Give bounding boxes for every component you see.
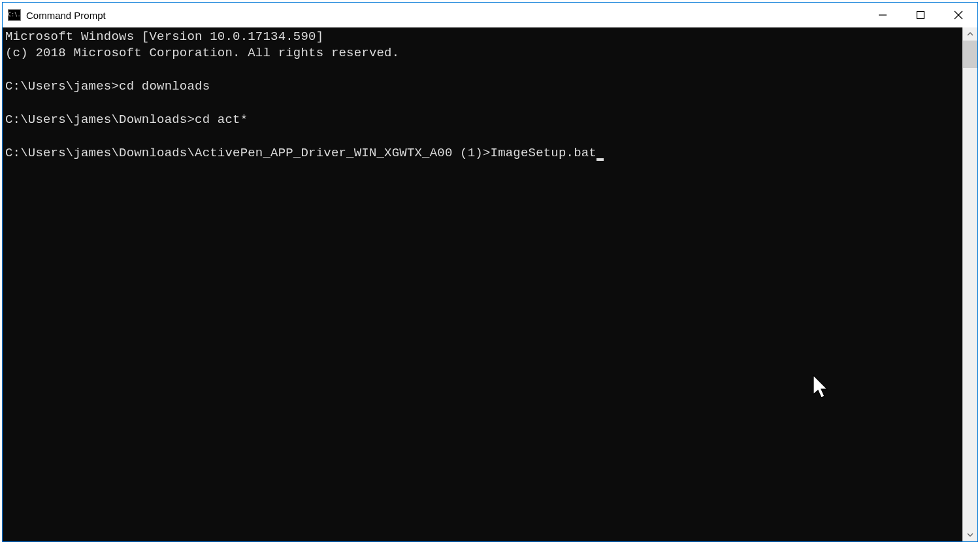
window-controls [864, 3, 977, 27]
titlebar-left: C:\. Command Prompt [3, 9, 864, 21]
scroll-track[interactable] [963, 41, 977, 528]
text-cursor [596, 158, 604, 161]
command-prompt-window: C:\. Command Prompt Mi [2, 2, 978, 542]
window-title: Command Prompt [26, 10, 106, 21]
chevron-up-icon [967, 31, 973, 37]
terminal-line: C:\Users\james\Downloads>cd act* [5, 112, 248, 127]
scroll-thumb[interactable] [963, 41, 977, 68]
titlebar[interactable]: C:\. Command Prompt [3, 3, 977, 27]
close-icon [954, 10, 963, 20]
cmd-app-icon: C:\. [8, 9, 21, 21]
minimize-button[interactable] [864, 3, 902, 27]
cmd-icon-glyph: C:\. [8, 12, 20, 18]
maximize-button[interactable] [902, 3, 939, 27]
terminal-line: Microsoft Windows [Version 10.0.17134.59… [5, 29, 323, 44]
svg-rect-1 [917, 12, 924, 19]
chevron-down-icon [967, 532, 973, 538]
minimize-icon [878, 10, 887, 20]
scroll-down-button[interactable] [963, 528, 977, 541]
scroll-up-button[interactable] [963, 27, 977, 41]
terminal-output[interactable]: Microsoft Windows [Version 10.0.17134.59… [3, 27, 962, 541]
terminal-prompt: C:\Users\james\Downloads\ActivePen_APP_D… [5, 146, 491, 160]
maximize-icon [916, 10, 925, 20]
vertical-scrollbar[interactable] [962, 27, 977, 541]
close-button[interactable] [939, 3, 977, 27]
terminal-line: C:\Users\james>cd downloads [5, 79, 210, 94]
terminal-input: ImageSetup.bat [491, 146, 596, 160]
terminal-line: (c) 2018 Microsoft Corporation. All righ… [5, 46, 399, 60]
content-area: Microsoft Windows [Version 10.0.17134.59… [3, 27, 977, 541]
